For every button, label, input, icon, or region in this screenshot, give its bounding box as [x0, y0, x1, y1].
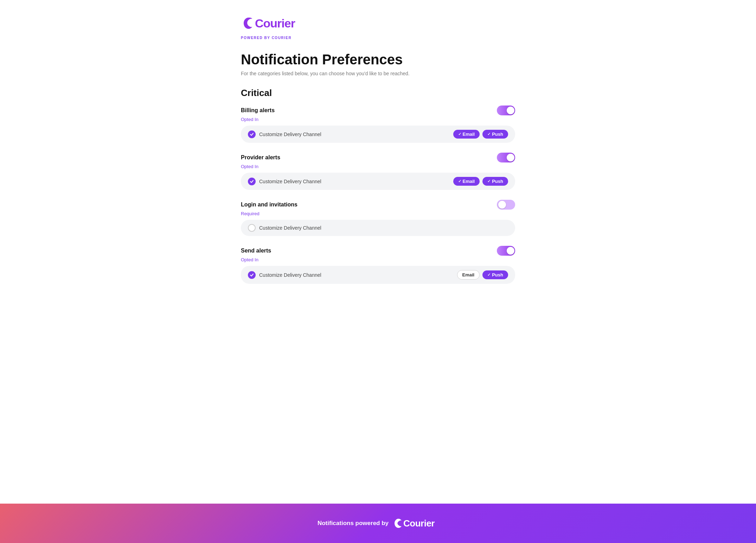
- toggle-provider-alerts[interactable]: [497, 153, 515, 162]
- notification-status-provider-alerts: Opted In: [241, 164, 515, 169]
- channel-send-alerts-email[interactable]: Email: [457, 270, 480, 280]
- check-circle-billing-alerts[interactable]: [248, 130, 256, 138]
- delivery-label-login-invitations: Customize Delivery Channel: [259, 225, 321, 231]
- delivery-left-send-alerts: Customize Delivery Channel: [248, 271, 321, 279]
- notification-status-login-invitations: Required: [241, 211, 515, 216]
- channel-check-icon: ✓: [487, 179, 491, 184]
- page-subtitle: For the categories listed below, you can…: [241, 71, 515, 76]
- sections-container: CriticalBilling alertsOpted InCustomize …: [241, 88, 515, 284]
- delivery-left-login-invitations: Customize Delivery Channel: [248, 224, 321, 232]
- footer-text: Notifications powered by: [318, 520, 389, 527]
- footer: Notifications powered by Courier: [0, 504, 756, 543]
- check-circle-provider-alerts[interactable]: [248, 178, 256, 185]
- channels-billing-alerts: ✓ Email✓ Push: [453, 130, 508, 139]
- svg-text:Courier: Courier: [403, 518, 435, 529]
- notification-header-billing-alerts: Billing alerts: [241, 106, 515, 115]
- delivery-label-provider-alerts: Customize Delivery Channel: [259, 179, 321, 184]
- channel-send-alerts-push[interactable]: ✓ Push: [482, 270, 508, 279]
- section-heading-critical: Critical: [241, 88, 515, 98]
- notification-item-send-alerts: Send alertsOpted InCustomize Delivery Ch…: [241, 246, 515, 284]
- delivery-row-login-invitations: Customize Delivery Channel: [241, 220, 515, 236]
- notification-item-billing-alerts: Billing alertsOpted InCustomize Delivery…: [241, 106, 515, 143]
- channels-send-alerts: Email✓ Push: [457, 270, 508, 280]
- delivery-row-send-alerts: Customize Delivery ChannelEmail✓ Push: [241, 266, 515, 284]
- toggle-send-alerts[interactable]: [497, 246, 515, 256]
- notification-title-send-alerts: Send alerts: [241, 248, 271, 254]
- notification-header-send-alerts: Send alerts: [241, 246, 515, 256]
- delivery-row-provider-alerts: Customize Delivery Channel✓ Email✓ Push: [241, 173, 515, 190]
- channel-check-icon: ✓: [458, 132, 461, 136]
- notification-title-provider-alerts: Provider alerts: [241, 154, 280, 161]
- channel-check-icon: ✓: [487, 273, 491, 277]
- channel-billing-alerts-push[interactable]: ✓ Push: [482, 130, 508, 139]
- notification-title-billing-alerts: Billing alerts: [241, 107, 275, 114]
- channel-provider-alerts-email[interactable]: ✓ Email: [453, 177, 480, 186]
- channel-billing-alerts-email[interactable]: ✓ Email: [453, 130, 480, 139]
- check-circle-send-alerts[interactable]: [248, 271, 256, 279]
- channels-provider-alerts: ✓ Email✓ Push: [453, 177, 508, 186]
- courier-logo: Courier: [241, 14, 515, 34]
- notification-title-login-invitations: Login and invitations: [241, 202, 297, 208]
- check-circle-login-invitations[interactable]: [248, 224, 256, 232]
- delivery-row-billing-alerts: Customize Delivery Channel✓ Email✓ Push: [241, 126, 515, 143]
- channel-check-icon: ✓: [458, 179, 461, 184]
- page-title: Notification Preferences: [241, 51, 515, 68]
- notification-status-send-alerts: Opted In: [241, 257, 515, 262]
- delivery-label-billing-alerts: Customize Delivery Channel: [259, 132, 321, 137]
- channel-check-icon: ✓: [487, 132, 491, 136]
- channel-provider-alerts-push[interactable]: ✓ Push: [482, 177, 508, 186]
- svg-text:Courier: Courier: [255, 17, 295, 30]
- notification-header-login-invitations: Login and invitations: [241, 200, 515, 210]
- notification-item-login-invitations: Login and invitationsRequiredCustomize D…: [241, 200, 515, 236]
- toggle-billing-alerts[interactable]: [497, 106, 515, 115]
- main-content: Courier POWERED BY COURIER Notification …: [220, 0, 536, 504]
- notification-header-provider-alerts: Provider alerts: [241, 153, 515, 162]
- toggle-login-invitations[interactable]: [497, 200, 515, 210]
- powered-by-label: POWERED BY COURIER: [241, 36, 515, 40]
- notification-item-provider-alerts: Provider alertsOpted InCustomize Deliver…: [241, 153, 515, 190]
- logo-area: Courier POWERED BY COURIER: [241, 14, 515, 40]
- delivery-left-billing-alerts: Customize Delivery Channel: [248, 130, 321, 138]
- notification-status-billing-alerts: Opted In: [241, 117, 515, 122]
- footer-logo: Courier: [393, 516, 438, 530]
- delivery-left-provider-alerts: Customize Delivery Channel: [248, 178, 321, 185]
- delivery-label-send-alerts: Customize Delivery Channel: [259, 272, 321, 278]
